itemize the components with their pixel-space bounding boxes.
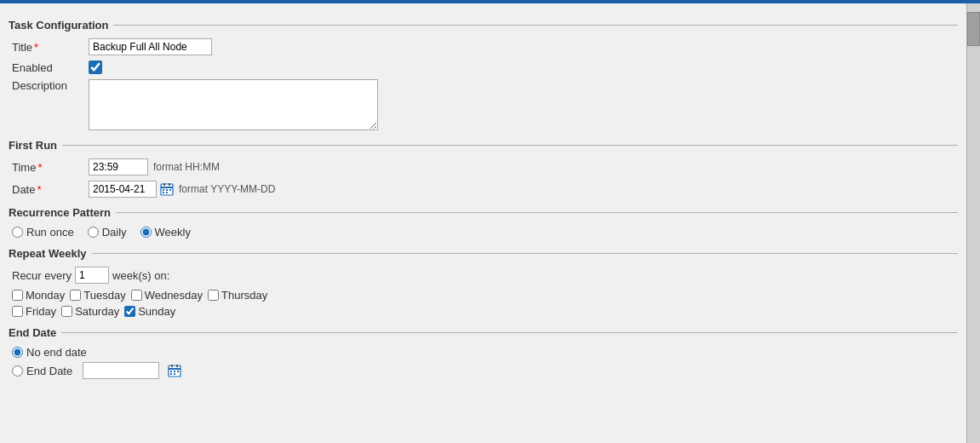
run-once-radio[interactable] — [12, 227, 23, 238]
saturday-label: Saturday — [75, 305, 119, 318]
monday-label: Monday — [26, 289, 65, 302]
recurrence-title: Recurrence Pattern — [9, 206, 116, 219]
date-input[interactable] — [89, 181, 157, 198]
friday-label: Friday — [26, 305, 56, 318]
first-run-section-header: First Run — [9, 139, 958, 152]
recurrence-radio-group: Run once Daily Weekly — [9, 226, 958, 239]
daily-option[interactable]: Daily — [88, 226, 127, 239]
svg-rect-16 — [170, 373, 172, 375]
svg-rect-15 — [177, 371, 179, 372]
repeat-weekly-line — [92, 253, 958, 254]
svg-rect-1 — [161, 187, 173, 188]
end-date-title: End Date — [9, 326, 61, 339]
svg-rect-3 — [169, 183, 170, 186]
wednesday-checkbox[interactable] — [131, 290, 142, 301]
monday-checkbox[interactable] — [12, 290, 23, 301]
first-run-title: First Run — [9, 139, 62, 152]
monday-option[interactable]: Monday — [12, 289, 65, 302]
sunday-label: Sunday — [138, 305, 175, 318]
task-config-title: Task Configuration — [9, 19, 113, 32]
weekly-label: Weekly — [155, 226, 191, 239]
time-format-hint: format HH:MM — [153, 161, 220, 173]
title-input[interactable] — [89, 38, 212, 55]
wednesday-option[interactable]: Wednesday — [131, 289, 203, 302]
enabled-checkbox[interactable] — [89, 60, 102, 74]
thursday-label: Thursday — [221, 289, 267, 302]
end-date-radio[interactable] — [12, 365, 23, 377]
svg-rect-11 — [171, 365, 173, 367]
time-row: Time* format HH:MM — [9, 158, 958, 175]
end-date-line — [61, 332, 958, 333]
end-date-section: No end date End Date — [9, 346, 958, 379]
weekly-option[interactable]: Weekly — [140, 226, 191, 239]
thursday-checkbox[interactable] — [208, 290, 219, 301]
recur-every-label: Recur every — [12, 269, 72, 282]
description-row: Description — [9, 79, 958, 130]
saturday-checkbox[interactable] — [61, 306, 72, 317]
end-date-option-row: End Date — [12, 362, 958, 379]
svg-rect-17 — [174, 373, 175, 375]
svg-rect-4 — [163, 189, 164, 191]
daily-label: Daily — [102, 226, 127, 239]
sunday-checkbox[interactable] — [124, 306, 135, 317]
sunday-option[interactable]: Sunday — [124, 305, 175, 318]
svg-rect-14 — [174, 371, 175, 372]
enabled-label: Enabled — [12, 61, 89, 74]
end-date-label: End Date — [26, 365, 72, 377]
svg-rect-7 — [163, 192, 164, 193]
task-config-line — [113, 25, 958, 26]
wednesday-label: Wednesday — [145, 289, 203, 302]
svg-rect-2 — [163, 183, 165, 186]
time-label: Time* — [12, 161, 89, 174]
no-end-date-row: No end date — [12, 346, 958, 359]
title-row: Title* — [9, 38, 958, 55]
no-end-date-option[interactable]: No end date — [12, 346, 87, 359]
weekly-radio[interactable] — [140, 227, 152, 238]
no-end-date-label: No end date — [26, 346, 87, 359]
svg-rect-8 — [166, 192, 168, 193]
svg-rect-5 — [166, 189, 168, 191]
recurrence-section-header: Recurrence Pattern — [9, 206, 958, 219]
days-row-1: Monday Tuesday Wednesday Thursday — [9, 289, 958, 302]
friday-checkbox[interactable] — [12, 306, 23, 317]
repeat-weekly-section-header: Repeat Weekly — [9, 247, 958, 260]
tuesday-checkbox[interactable] — [70, 290, 81, 301]
svg-rect-12 — [176, 365, 178, 367]
scrollbar[interactable] — [966, 3, 980, 443]
saturday-option[interactable]: Saturday — [61, 305, 119, 318]
end-date-radio-option[interactable]: End Date — [12, 365, 72, 377]
end-date-input[interactable] — [83, 362, 159, 379]
description-label: Description — [12, 79, 89, 92]
end-date-calendar-icon[interactable] — [168, 364, 181, 377]
date-label: Date* — [12, 183, 89, 196]
tuesday-option[interactable]: Tuesday — [70, 289, 125, 302]
no-end-date-radio[interactable] — [12, 347, 23, 358]
run-once-label: Run once — [26, 226, 74, 239]
date-format-hint: format YYYY-MM-DD — [179, 183, 275, 195]
svg-rect-10 — [169, 368, 181, 370]
description-textarea[interactable] — [89, 79, 378, 130]
recur-every-input[interactable] — [75, 267, 109, 284]
title-label: Title* — [12, 41, 89, 54]
date-row: Date* format YYYY-MM-DD — [9, 181, 958, 198]
end-date-section-header: End Date — [9, 326, 958, 339]
daily-radio[interactable] — [88, 227, 99, 238]
date-calendar-icon[interactable] — [160, 182, 174, 196]
days-row-2: Friday Saturday Sunday — [9, 305, 958, 318]
thursday-option[interactable]: Thursday — [208, 289, 267, 302]
tuesday-label: Tuesday — [83, 289, 125, 302]
time-input[interactable] — [89, 158, 148, 175]
first-run-line — [62, 145, 958, 146]
svg-rect-13 — [170, 371, 172, 372]
svg-rect-6 — [169, 189, 171, 191]
task-config-section-header: Task Configuration — [9, 19, 958, 32]
enabled-row: Enabled — [9, 60, 958, 74]
repeat-weekly-title: Repeat Weekly — [9, 247, 92, 260]
run-once-option[interactable]: Run once — [12, 226, 74, 239]
recur-suffix: week(s) on: — [112, 269, 169, 282]
recurrence-line — [116, 212, 958, 213]
friday-option[interactable]: Friday — [12, 305, 56, 318]
recur-every-row: Recur every week(s) on: — [9, 267, 958, 284]
scrollbar-thumb[interactable] — [967, 12, 980, 46]
